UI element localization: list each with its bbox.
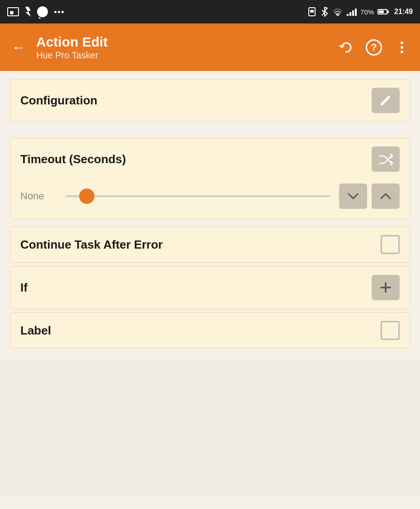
- edit-icon: [379, 94, 392, 107]
- configuration-edit-button[interactable]: [372, 88, 400, 113]
- signal-strength-icon: [347, 8, 357, 16]
- chevron-down-icon: [347, 192, 359, 200]
- add-icon: [379, 281, 392, 294]
- undo-icon: [338, 40, 354, 55]
- more-icon: [401, 42, 403, 53]
- undo-button[interactable]: [336, 38, 356, 57]
- app-bar-title: Action Edit Hue Pro Tasker: [36, 34, 329, 61]
- continue-task-section: Continue Task After Error: [10, 226, 410, 263]
- main-content: Configuration Timeout (Seconds) None: [0, 71, 420, 360]
- app-bar: ← Action Edit Hue Pro Tasker ?: [0, 24, 420, 71]
- timeout-slider[interactable]: [66, 187, 330, 205]
- more-button[interactable]: [392, 38, 412, 57]
- timeout-shuffle-button[interactable]: [372, 146, 400, 172]
- configuration-section: Configuration: [10, 79, 410, 122]
- label-section-label: Label: [20, 324, 51, 338]
- help-button[interactable]: ?: [364, 38, 384, 57]
- timeout-label: Timeout (Seconds): [20, 152, 126, 166]
- more-notifications-icon: [54, 11, 64, 13]
- continue-task-label: Continue Task After Error: [20, 238, 163, 252]
- app-bar-actions: ?: [336, 38, 412, 57]
- status-bar: 70% 21:49: [0, 0, 420, 24]
- timeout-section: Timeout (Seconds) None: [10, 138, 410, 219]
- wifi-icon: [332, 8, 343, 16]
- bottom-area: [0, 360, 420, 496]
- page-title: Action Edit: [36, 34, 329, 50]
- slider-track: [66, 195, 330, 197]
- status-bar-right: 70% 21:49: [307, 7, 413, 17]
- configuration-label: Configuration: [20, 94, 97, 108]
- gallery-icon: [7, 7, 19, 16]
- svg-rect-1: [310, 10, 314, 13]
- if-add-button[interactable]: [372, 275, 400, 300]
- bluetooth-icon: [321, 7, 329, 17]
- flash-icon: [25, 7, 31, 17]
- sim-icon: [307, 7, 317, 17]
- label-section: Label: [10, 312, 410, 349]
- help-icon: ?: [366, 39, 382, 56]
- slider-thumb[interactable]: [79, 189, 94, 204]
- spacer1: [10, 129, 410, 138]
- clock: 21:49: [394, 8, 413, 16]
- svg-point-2: [337, 14, 339, 16]
- slider-increase-button[interactable]: [372, 184, 400, 209]
- shuffle-icon: [378, 151, 393, 167]
- slider-row: None: [10, 180, 410, 219]
- page-subtitle: Hue Pro Tasker: [36, 50, 329, 61]
- slider-decrease-button[interactable]: [339, 184, 367, 209]
- label-checkbox[interactable]: [381, 321, 400, 340]
- battery-percent: 70%: [360, 8, 374, 16]
- continue-task-checkbox[interactable]: [381, 235, 400, 254]
- slider-controls: [339, 184, 400, 209]
- if-section: If: [10, 266, 410, 309]
- status-bar-left: [7, 6, 64, 17]
- messenger-icon: [37, 6, 48, 17]
- back-button[interactable]: ←: [8, 39, 29, 56]
- slider-value-label: None: [20, 190, 57, 202]
- battery-icon: [378, 9, 389, 14]
- chevron-up-icon: [380, 192, 392, 200]
- if-label: If: [20, 281, 28, 295]
- timeout-header: Timeout (Seconds): [10, 138, 410, 180]
